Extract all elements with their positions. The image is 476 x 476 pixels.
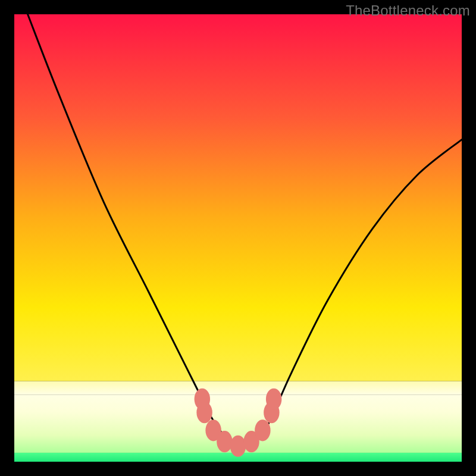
chart-frame: TheBottleneck.com xyxy=(0,0,476,476)
svg-rect-0 xyxy=(14,14,462,381)
svg-rect-1 xyxy=(14,381,462,395)
svg-point-12 xyxy=(266,389,281,410)
watermark-text: TheBottleneck.com xyxy=(346,2,470,19)
svg-point-5 xyxy=(196,402,212,423)
svg-point-10 xyxy=(255,419,270,441)
svg-point-8 xyxy=(230,436,246,457)
bottleneck-chart xyxy=(14,14,462,462)
svg-point-7 xyxy=(217,431,232,452)
